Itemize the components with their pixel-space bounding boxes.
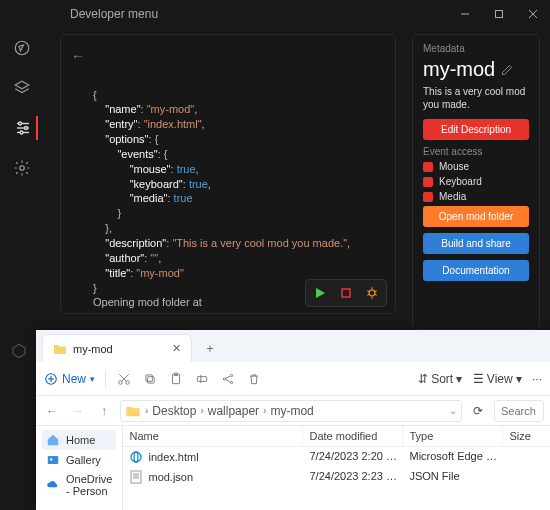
explorer-tab-title: my-mod [73, 343, 113, 355]
svg-point-43 [50, 458, 52, 460]
svg-line-41 [226, 379, 231, 381]
svg-point-16 [369, 290, 375, 296]
hexagon-icon [10, 342, 28, 360]
new-tab-button[interactable]: ＋ [196, 334, 224, 362]
metadata-label: Metadata [423, 43, 529, 54]
refresh-button[interactable]: ⟳ [468, 404, 488, 418]
delete-icon[interactable] [246, 371, 262, 387]
breadcrumb[interactable]: › Desktop › wallpaper › my-mod ⌄ [120, 400, 462, 422]
debug-button[interactable] [361, 283, 383, 303]
chevron-down-icon[interactable]: ⌄ [449, 405, 457, 416]
sidebar-item[interactable]: Home [42, 430, 116, 450]
col-type[interactable]: Type [403, 426, 503, 446]
svg-point-12 [20, 131, 23, 134]
chevron-down-icon: ▾ [90, 374, 95, 384]
event-checkbox[interactable]: Keyboard [423, 176, 529, 187]
svg-line-40 [226, 376, 231, 378]
new-button[interactable]: New ▾ [44, 372, 95, 386]
share-icon[interactable] [220, 371, 236, 387]
checkbox-icon [423, 162, 433, 172]
svg-rect-32 [146, 374, 152, 380]
copy-icon[interactable] [142, 371, 158, 387]
svg-line-19 [375, 291, 377, 292]
svg-line-18 [367, 291, 369, 292]
window-close-button[interactable] [516, 0, 550, 28]
svg-marker-5 [19, 45, 24, 51]
metadata-panel: Metadata my-mod This is a very cool mod … [412, 34, 540, 330]
search-input[interactable]: Search [494, 400, 544, 422]
svg-point-38 [230, 374, 232, 376]
tab-close-button[interactable]: ✕ [172, 342, 181, 355]
compass-icon[interactable] [10, 36, 34, 60]
col-name[interactable]: Name [123, 426, 303, 446]
svg-marker-6 [15, 81, 29, 89]
nav-up-button[interactable]: ↑ [94, 404, 114, 418]
mod-name: my-mod [423, 58, 529, 81]
home-icon [46, 433, 60, 447]
svg-point-10 [19, 122, 22, 125]
checkbox-icon [423, 177, 433, 187]
cut-icon[interactable] [116, 371, 132, 387]
svg-rect-35 [197, 376, 206, 381]
nav-back-button[interactable]: ← [42, 404, 62, 418]
svg-line-21 [375, 294, 377, 295]
sort-button[interactable]: ⇵ Sort ▾ [418, 372, 463, 386]
paste-icon[interactable] [168, 371, 184, 387]
svg-rect-49 [131, 471, 141, 483]
layers-icon[interactable] [10, 76, 34, 100]
sidebar-item[interactable]: OneDrive - Person [42, 470, 116, 500]
build-and-share-button[interactable]: Build and share [423, 233, 529, 254]
rename-icon[interactable] [194, 371, 210, 387]
sliders-icon[interactable] [14, 116, 38, 140]
svg-point-11 [25, 127, 28, 130]
file-row[interactable]: mod.json7/24/2023 2:23 PMJSON File [123, 467, 550, 487]
svg-rect-1 [496, 11, 503, 18]
window-minimize-button[interactable] [448, 0, 482, 28]
run-toolbar [305, 279, 387, 307]
folder-icon [53, 343, 67, 355]
svg-rect-42 [48, 456, 59, 464]
more-button[interactable]: ··· [532, 372, 542, 386]
folder-icon [125, 404, 141, 418]
explorer-file-list: Name Date modified Type Size index.html7… [123, 426, 550, 510]
svg-point-39 [230, 381, 232, 383]
event-checkbox[interactable]: Mouse [423, 161, 529, 172]
svg-line-20 [367, 294, 369, 295]
documentation-button[interactable]: Documentation [423, 260, 529, 281]
gallery-icon [46, 453, 60, 467]
stop-button[interactable] [335, 283, 357, 303]
gear-icon[interactable] [10, 156, 34, 180]
console-panel: ← { "name": "my-mod", "entry": "index.ht… [60, 34, 396, 314]
edit-icon[interactable] [501, 64, 513, 76]
svg-point-37 [223, 377, 225, 379]
checkbox-icon [423, 192, 433, 202]
file-row[interactable]: index.html7/24/2023 2:20 PMMicrosoft Edg… [123, 447, 550, 467]
edit-description-button[interactable]: Edit Description [423, 119, 529, 140]
col-date[interactable]: Date modified [303, 426, 403, 446]
onedrive-icon [46, 478, 60, 492]
back-button[interactable]: ← [71, 47, 85, 66]
file-icon [129, 470, 143, 484]
file-explorer-window: my-mod ✕ ＋ New ▾ ⇵ Sort ▾ ☰ View ▾ ··· ←… [36, 330, 550, 510]
window-title: Developer menu [70, 7, 158, 21]
explorer-sidebar: HomeGalleryOneDrive - PersonDesktop [36, 426, 123, 510]
svg-rect-15 [342, 289, 350, 297]
sidebar-item[interactable]: Gallery [42, 450, 116, 470]
col-size[interactable]: Size [503, 426, 550, 446]
nav-forward-button[interactable]: → [68, 404, 88, 418]
svg-marker-23 [13, 344, 25, 358]
window-maximize-button[interactable] [482, 0, 516, 28]
explorer-tab[interactable]: my-mod ✕ [42, 334, 192, 362]
event-access-label: Event access [423, 146, 529, 157]
svg-rect-31 [148, 376, 154, 382]
svg-point-13 [20, 166, 25, 171]
open-mod-folder-button[interactable]: Open mod folder [423, 206, 529, 227]
event-checkbox[interactable]: Media [423, 191, 529, 202]
view-button[interactable]: ☰ View ▾ [473, 372, 522, 386]
svg-marker-14 [316, 288, 325, 298]
play-button[interactable] [309, 283, 331, 303]
mod-description: This is a very cool mod you made. [423, 85, 529, 111]
file-icon [129, 450, 143, 464]
